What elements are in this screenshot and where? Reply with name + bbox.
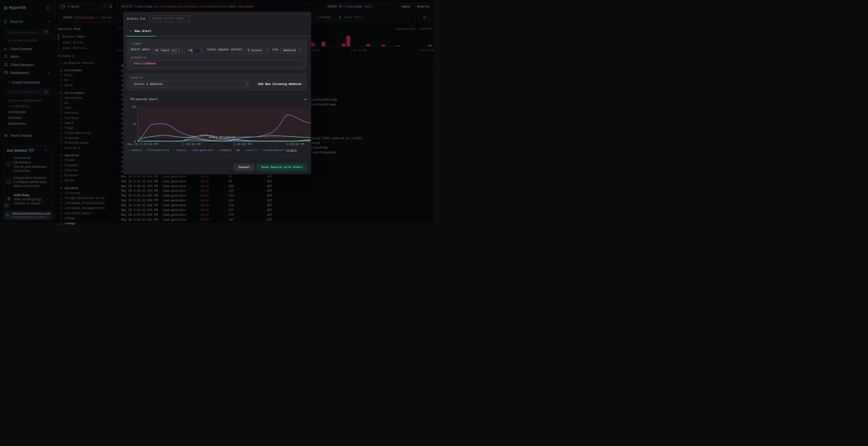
svg-text:May 28 2:25:00 PM: May 28 2:25:00 PM — [127, 143, 158, 146]
svg-text:3:25:00 PM: 3:25:00 PM — [286, 143, 304, 146]
svg-text:Alert Threshold: Alert Threshold — [209, 136, 235, 139]
svg-text:3:05:00 PM: 3:05:00 PM — [233, 143, 251, 146]
svg-text:30: 30 — [132, 123, 136, 126]
svg-text:60: 60 — [132, 105, 136, 109]
svg-text:2:45:00 PM: 2:45:00 PM — [183, 143, 200, 146]
